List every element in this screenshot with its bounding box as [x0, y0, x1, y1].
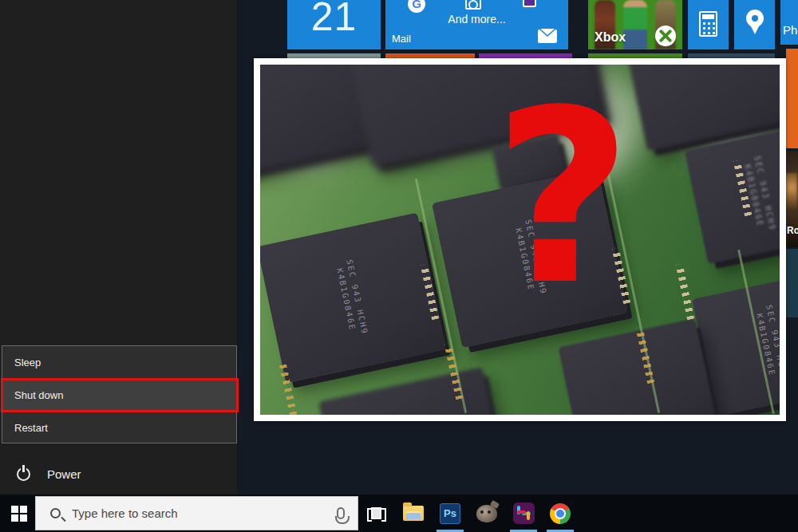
calendar-day-number: 21 — [287, 0, 381, 40]
gimp-icon — [476, 505, 497, 522]
ram-question-image-frame: SEC 943 HCH9K4B1G0846E SEC 943 HCH9K4B1G… — [254, 58, 786, 421]
microphone-icon[interactable] — [337, 507, 345, 519]
chip-text: SEC 943 HCH9K4B1G0846E — [333, 258, 370, 338]
taskbar-search-box[interactable] — [35, 496, 358, 530]
xbox-tile-label: Xbox — [595, 30, 626, 45]
tile-photos-partial[interactable]: Ph — [780, 0, 798, 45]
mail-tile-label: Mail — [392, 33, 411, 45]
folder-icon — [403, 506, 424, 521]
game-tile-label: Ro — [787, 225, 798, 236]
task-view-button[interactable] — [358, 495, 395, 532]
task-view-icon — [369, 507, 385, 520]
taskbar: Ps — [0, 495, 798, 532]
mail-more-text: And more... — [385, 13, 568, 26]
power-button-label: Power — [47, 467, 81, 481]
mail-envelope-icon — [538, 30, 557, 43]
chrome-button[interactable] — [542, 495, 579, 532]
search-icon — [50, 508, 61, 518]
xbox-avatar — [623, 0, 647, 49]
game-art — [784, 173, 797, 209]
photoshop-icon: Ps — [440, 503, 460, 524]
tile-partial-orange — [786, 49, 798, 148]
tile-partial-game: Ro — [786, 151, 798, 247]
slack-icon — [513, 502, 535, 524]
power-flyout-menu: Sleep Shut down Restart — [2, 345, 237, 443]
outlook-icon — [465, 0, 481, 10]
slack-button[interactable] — [505, 495, 542, 532]
photoshop-button[interactable]: Ps — [432, 495, 468, 532]
google-icon: G — [408, 0, 425, 13]
power-button[interactable]: Power — [0, 459, 237, 488]
power-menu-item-shutdown[interactable]: Shut down — [2, 379, 236, 412]
start-button[interactable] — [0, 495, 35, 532]
tile-maps[interactable] — [734, 0, 775, 49]
gimp-button[interactable] — [468, 495, 505, 532]
windows-desktop: 21 G And more... Mail Xbox Ph — [0, 0, 798, 532]
ram-chips-photo: SEC 943 HCH9K4B1G0846E SEC 943 HCH9K4B1G… — [260, 65, 780, 415]
map-pin-icon — [746, 10, 764, 27]
photos-tile-label: Ph — [783, 23, 797, 37]
calculator-icon — [699, 11, 717, 37]
tile-calendar[interactable]: 21 — [287, 0, 381, 49]
ram-chip — [318, 367, 497, 415]
windows-logo-icon — [11, 506, 27, 522]
ram-chip: SEC 943 HCH9K4B1G0846E — [260, 213, 446, 384]
app-icon-purple — [523, 0, 536, 7]
tile-mail[interactable]: G And more... Mail — [385, 0, 568, 49]
power-menu-item-restart[interactable]: Restart — [2, 412, 236, 444]
power-menu-item-sleep[interactable]: Sleep — [2, 346, 236, 379]
search-input[interactable] — [61, 506, 337, 520]
restart-label: Restart — [14, 422, 48, 434]
tile-xbox[interactable]: Xbox — [588, 0, 682, 49]
sleep-label: Sleep — [14, 357, 41, 368]
xbox-logo-icon — [655, 26, 676, 46]
start-menu-left-panel: Sleep Shut down Restart Power — [0, 0, 237, 495]
tile-partial-teal — [786, 249, 798, 317]
shutdown-label: Shut down — [14, 389, 63, 401]
file-explorer-button[interactable] — [395, 495, 432, 532]
chrome-icon — [550, 503, 571, 524]
red-question-mark: ? — [493, 79, 632, 318]
solder-pads — [676, 264, 694, 320]
power-icon — [17, 467, 30, 481]
tile-calculator[interactable] — [688, 0, 729, 49]
